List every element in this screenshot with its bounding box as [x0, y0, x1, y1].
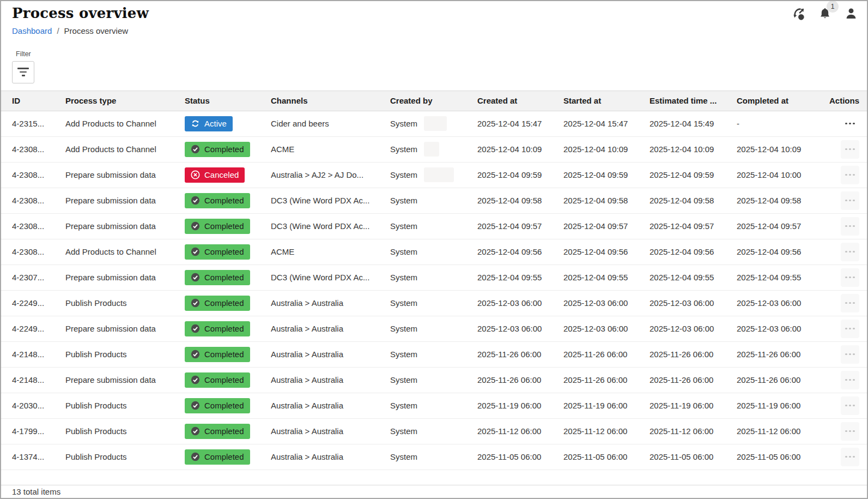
cell-actions	[822, 140, 859, 159]
check-circle-icon	[191, 196, 200, 205]
table-row[interactable]: 4-2308... Add Products to Channel	[1, 137, 867, 163]
status-badge: Completed	[185, 347, 250, 362]
cell-actions	[822, 448, 859, 466]
row-actions-button[interactable]	[841, 448, 859, 466]
cell-completed-at: 2025-12-04 10:00	[737, 170, 822, 179]
cell-status: Completed	[185, 449, 271, 465]
cell-process-type: Add Products to Channel	[65, 247, 185, 256]
table-row[interactable]: 4-2148... Publish Products Complet	[1, 342, 867, 368]
row-actions-button[interactable]	[841, 191, 859, 210]
cell-process-type: Prepare submission data	[65, 170, 185, 179]
cell-id: 4-2308...	[12, 247, 65, 256]
user-menu-button[interactable]	[844, 7, 858, 21]
cell-process-type: Publish Products	[65, 401, 185, 410]
cell-created-by: System	[390, 401, 477, 410]
cell-created-at: 2025-12-04 10:09	[477, 145, 563, 154]
cell-id: 4-1799...	[12, 426, 65, 436]
table-row[interactable]: 4-2308... Prepare submission data	[1, 163, 867, 188]
cell-id: 4-1374...	[12, 452, 65, 461]
sync-processes-button[interactable]	[791, 7, 806, 21]
row-actions-button[interactable]	[841, 396, 859, 415]
column-header: ID	[12, 96, 65, 105]
cell-started-at: 2025-12-04 15:47	[563, 119, 650, 128]
table-row[interactable]: 4-2308... Prepare submission data	[1, 214, 867, 239]
check-circle-icon	[191, 273, 200, 282]
check-circle-icon	[191, 324, 200, 333]
cell-actions	[822, 320, 859, 338]
cell-status: Active	[185, 116, 271, 131]
table-row[interactable]: 4-1799... Publish Products Complet	[1, 419, 867, 444]
cell-id: 4-2308...	[12, 221, 65, 231]
check-circle-icon	[191, 247, 200, 256]
created-by-value: System	[390, 221, 417, 231]
cell-started-at: 2025-12-03 06:00	[563, 324, 650, 333]
row-actions-button[interactable]	[841, 345, 859, 364]
column-header: Estimated time ...	[650, 96, 737, 105]
row-actions-button[interactable]	[841, 422, 859, 441]
status-label: Completed	[204, 426, 244, 436]
row-actions-button[interactable]	[841, 320, 859, 338]
table-row[interactable]: 4-2308... Prepare submission data	[1, 188, 867, 214]
cell-channels: Australia > Australia	[271, 426, 390, 436]
cell-created-at: 2025-11-26 06:00	[477, 350, 563, 359]
cell-created-at: 2025-11-26 06:00	[477, 375, 563, 384]
total-items-label: 13 total items	[12, 487, 60, 496]
row-actions-button[interactable]	[841, 243, 859, 261]
cell-started-at: 2025-11-12 06:00	[563, 426, 650, 436]
cell-created-by: System	[390, 273, 477, 282]
cell-started-at: 2025-12-03 06:00	[563, 298, 650, 308]
cell-created-at: 2025-12-04 15:47	[477, 119, 563, 128]
cell-id: 4-2307...	[12, 273, 65, 282]
table-body: 4-2315... Add Products to Channel	[1, 111, 867, 470]
breadcrumb: Dashboard/Process overview	[12, 26, 856, 35]
filter-label: Filter	[16, 50, 856, 58]
cell-estimated-at: 2025-11-19 06:00	[650, 401, 737, 410]
cell-estimated-at: 2025-12-04 09:57	[650, 221, 737, 231]
cell-channels: Australia > Australia	[271, 452, 390, 461]
table-row[interactable]: 4-1374... Publish Products Complet	[1, 444, 867, 470]
table-row[interactable]: 4-2030... Publish Products Complet	[1, 393, 867, 419]
table-row[interactable]: 4-2249... Publish Products Complet	[1, 291, 867, 316]
row-actions-button[interactable]	[841, 294, 859, 312]
cell-actions	[822, 166, 859, 184]
column-header: Status	[185, 96, 271, 105]
cell-process-type: Add Products to Channel	[65, 119, 185, 128]
cell-status: Completed	[185, 270, 271, 285]
cell-process-type: Prepare submission data	[65, 324, 185, 333]
cell-channels: Cider and beers	[271, 119, 390, 128]
row-actions-button[interactable]	[841, 371, 859, 389]
cell-created-at: 2025-12-03 06:00	[477, 298, 563, 308]
cell-estimated-at: 2025-12-04 09:59	[650, 170, 737, 179]
cell-created-by: System	[390, 116, 477, 131]
cell-process-type: Prepare submission data	[65, 375, 185, 384]
breadcrumb-dashboard-link[interactable]: Dashboard	[12, 26, 52, 35]
cell-actions	[822, 268, 859, 287]
table-row[interactable]: 4-2308... Add Products to Channel	[1, 239, 867, 265]
cell-created-at: 2025-11-12 06:00	[477, 426, 563, 436]
cell-created-at: 2025-11-05 06:00	[477, 452, 563, 461]
cell-created-by: System	[390, 142, 477, 157]
cell-channels: Australia > AJ2 > AJ Do...	[271, 170, 390, 179]
cell-estimated-at: 2025-11-05 06:00	[650, 452, 737, 461]
status-badge: Completed	[185, 142, 250, 157]
cell-started-at: 2025-12-04 09:58	[563, 196, 650, 205]
table-row[interactable]: 4-2249... Prepare submission data	[1, 316, 867, 342]
table-row[interactable]: 4-2315... Add Products to Channel	[1, 111, 867, 137]
table-header: IDProcess typeStatusChannelsCreated byCr…	[1, 91, 867, 111]
created-by-value: System	[390, 247, 417, 256]
column-header: Channels	[271, 96, 390, 105]
cell-created-by: System	[390, 196, 477, 205]
column-header: Process type	[65, 96, 185, 105]
avatar-skeleton	[424, 116, 447, 131]
row-actions-button[interactable]	[841, 117, 859, 130]
notifications-button[interactable]: 1	[818, 7, 832, 21]
table-row[interactable]: 4-2148... Prepare submission data	[1, 368, 867, 393]
row-actions-button[interactable]	[841, 268, 859, 287]
filter-button[interactable]	[12, 61, 34, 83]
row-actions-button[interactable]	[841, 140, 859, 159]
row-actions-button[interactable]	[841, 166, 859, 184]
created-by-value: System	[390, 170, 417, 179]
row-actions-button[interactable]	[841, 217, 859, 236]
cell-actions	[822, 294, 859, 312]
table-row[interactable]: 4-2307... Prepare submission data	[1, 265, 867, 291]
